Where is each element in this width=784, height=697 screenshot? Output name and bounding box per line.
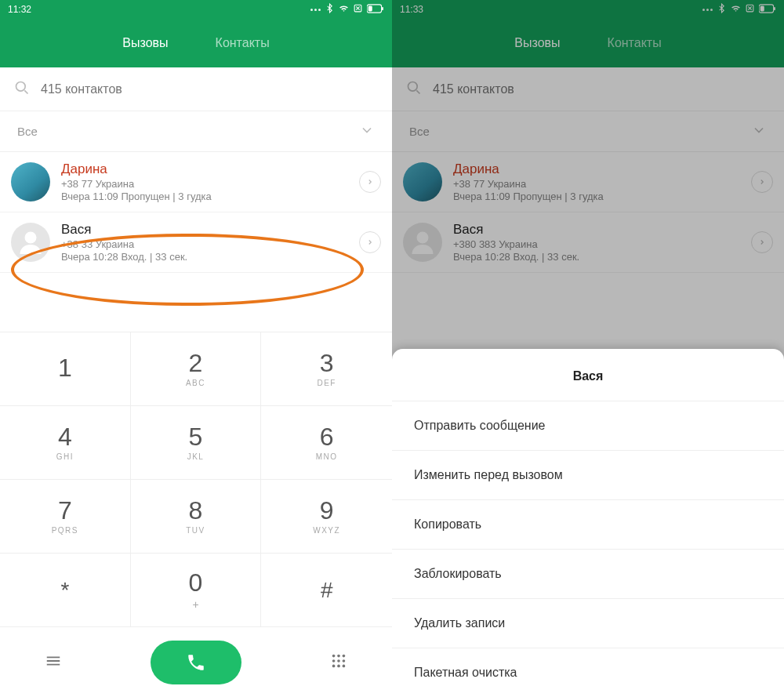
svg-rect-2 — [382, 6, 383, 9]
call-info: Вчера 11:09 Пропущен | 3 гудка — [453, 191, 751, 202]
svg-point-19 — [408, 82, 418, 91]
chevron-down-icon — [359, 122, 375, 141]
svg-point-14 — [343, 664, 346, 667]
key-star[interactable]: * — [0, 553, 131, 626]
key-hash[interactable]: # — [261, 553, 392, 626]
call-number: +38 77 Украина — [61, 178, 359, 190]
svg-point-13 — [337, 664, 340, 667]
status-icons — [310, 3, 384, 16]
bluetooth-icon — [717, 3, 727, 16]
call-info: Вчера 11:09 Пропущен | 3 гудка — [61, 191, 359, 202]
svg-rect-17 — [774, 6, 775, 9]
call-name: Дарина — [453, 162, 751, 177]
menu-title: Вася — [392, 349, 784, 401]
avatar — [403, 223, 442, 262]
svg-point-6 — [332, 654, 336, 657]
tab-contacts[interactable]: Контакты — [216, 36, 270, 50]
svg-point-10 — [337, 659, 340, 663]
key-6[interactable]: 6MNO — [261, 405, 392, 479]
avatar — [403, 162, 442, 201]
svg-point-8 — [343, 654, 346, 657]
battery-icon — [367, 4, 384, 16]
detail-button[interactable] — [751, 171, 773, 193]
avatar — [11, 162, 50, 201]
key-9[interactable]: 9WXYZ — [261, 479, 392, 553]
key-4[interactable]: 4GHI — [0, 405, 131, 479]
svg-point-9 — [332, 659, 336, 663]
filter-label: Все — [409, 125, 430, 138]
call-name: Дарина — [61, 162, 359, 177]
wifi-icon — [731, 3, 741, 16]
svg-rect-3 — [368, 5, 372, 11]
key-0[interactable]: 0+ — [131, 553, 262, 626]
no-sim-icon — [353, 3, 363, 16]
menu-copy[interactable]: Копировать — [392, 499, 784, 549]
menu-edit-before-call[interactable]: Изменить перед вызовом — [392, 450, 784, 499]
call-info: Вчера 10:28 Вход. | 33 сек. — [453, 251, 751, 263]
key-3[interactable]: 3DEF — [261, 332, 392, 405]
status-bar: 11:32 — [0, 0, 392, 19]
menu-send-message[interactable]: Отправить сообщение — [392, 401, 784, 450]
dialpad-keys: 1 2ABC 3DEF 4GHI 5JKL 6MNO 7PQRS 8TUV 9W… — [0, 332, 392, 626]
detail-button[interactable] — [751, 231, 773, 253]
status-bar: 11:33 — [392, 0, 784, 19]
tab-calls[interactable]: Вызовы — [514, 36, 560, 50]
menu-icon[interactable] — [45, 652, 62, 673]
call-list: Дарина +38 77 Украина Вчера 11:09 Пропущ… — [0, 152, 392, 273]
key-8[interactable]: 8TUV — [131, 479, 262, 553]
key-7[interactable]: 7PQRS — [0, 479, 131, 553]
detail-button[interactable] — [359, 171, 381, 193]
call-row[interactable]: Вася +38 33 Украина Вчера 10:28 Вход. | … — [0, 212, 392, 273]
svg-point-7 — [337, 654, 340, 657]
keypad-icon[interactable] — [330, 652, 347, 673]
detail-button[interactable] — [359, 231, 381, 253]
search-bar[interactable] — [0, 67, 392, 111]
search-icon — [14, 80, 30, 99]
search-input[interactable] — [433, 82, 770, 96]
call-row[interactable]: Дарина +38 77 Украина Вчера 11:09 Пропущ… — [0, 152, 392, 212]
call-name: Вася — [453, 222, 751, 238]
key-5[interactable]: 5JKL — [131, 405, 262, 479]
call-button[interactable] — [151, 641, 241, 684]
svg-point-4 — [16, 82, 26, 91]
status-time: 11:32 — [8, 4, 31, 15]
bluetooth-icon — [325, 3, 335, 16]
search-icon — [406, 80, 422, 99]
header-tabs: Вызовы Контакты — [0, 19, 392, 67]
menu-delete-entries[interactable]: Удалить записи — [392, 598, 784, 648]
tab-calls[interactable]: Вызовы — [122, 36, 168, 50]
header-tabs: Вызовы Контакты — [392, 19, 784, 67]
battery-icon — [759, 4, 776, 16]
filter-bar[interactable]: Все — [392, 111, 784, 152]
context-menu: Вася Отправить сообщение Изменить перед … — [392, 349, 784, 697]
svg-point-12 — [332, 664, 336, 667]
status-icons — [702, 3, 776, 16]
menu-batch-clear[interactable]: Пакетная очистка — [392, 648, 784, 697]
svg-point-5 — [25, 232, 37, 244]
filter-bar[interactable]: Все — [0, 111, 392, 152]
call-number: +38 77 Украина — [453, 178, 751, 190]
more-icon — [310, 9, 321, 11]
key-2[interactable]: 2ABC — [131, 332, 262, 405]
call-number: +380 383 Украина — [453, 238, 751, 250]
search-bar[interactable] — [392, 67, 784, 111]
no-sim-icon — [745, 3, 755, 16]
svg-rect-18 — [760, 5, 764, 11]
search-input[interactable] — [41, 82, 378, 96]
tab-contacts[interactable]: Контакты — [608, 36, 662, 50]
chevron-down-icon — [751, 122, 767, 141]
phone-right: 11:33 Вызовы Контакты Все Дарина +38 77 … — [392, 0, 784, 697]
key-1[interactable]: 1 — [0, 332, 131, 405]
wifi-icon — [339, 3, 349, 16]
dialpad-bottom-bar — [0, 626, 392, 697]
menu-block[interactable]: Заблокировать — [392, 549, 784, 598]
filter-label: Все — [17, 125, 38, 138]
svg-point-20 — [417, 232, 429, 244]
phone-left: 11:32 Вызовы Контакты Все Дарина +38 77 … — [0, 0, 392, 697]
more-icon — [702, 9, 713, 11]
avatar — [11, 223, 50, 262]
call-row[interactable]: Вася +380 383 Украина Вчера 10:28 Вход. … — [392, 212, 784, 273]
call-info: Вчера 10:28 Вход. | 33 сек. — [61, 251, 359, 263]
call-list: Дарина +38 77 Украина Вчера 11:09 Пропущ… — [392, 152, 784, 273]
call-row[interactable]: Дарина +38 77 Украина Вчера 11:09 Пропущ… — [392, 152, 784, 212]
